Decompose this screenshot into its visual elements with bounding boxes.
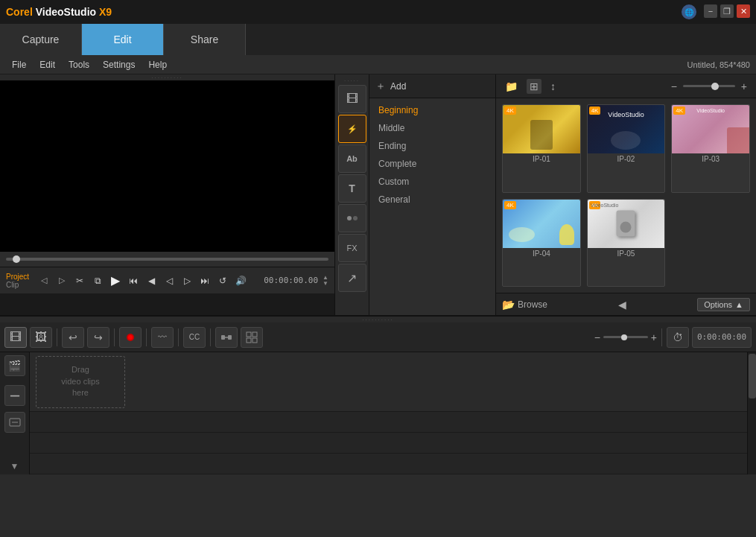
cat-general[interactable]: General (369, 191, 495, 209)
nav-left-button[interactable]: ◀ (618, 299, 626, 311)
tab-share[interactable]: Share (164, 24, 246, 55)
prev-frame-button[interactable]: ◀ (144, 273, 159, 288)
timeline-tracks: 🎬 ━━ ▼ Dragvideo clipshere (0, 352, 756, 474)
time-display: 00:00:00.00 (264, 276, 318, 285)
media-thumb-ip02[interactable]: 4K VideoStudio IP-02 (587, 104, 666, 193)
timeline-time-display: 0:00:00:00 (692, 327, 752, 348)
menu-settings[interactable]: Settings (97, 58, 141, 72)
media-thumb-ip05[interactable]: 4K VideoStudio IP-05 (587, 199, 666, 287)
menu-file[interactable]: File (6, 58, 32, 72)
player-controls: Project Clip ◁ ▷ ✂ ⧉ ▶ ⏮ ◀ ◁ ▷ ⏭ ↺ 🔊 00:… (0, 267, 334, 293)
zoom-in-media-button[interactable]: + (738, 79, 750, 94)
start-button[interactable]: ⏮ (126, 273, 141, 288)
mark-out-button[interactable]: ▷ (54, 273, 69, 288)
media-thumb-ip04[interactable]: 4K IP-04 (502, 199, 581, 287)
volume-button[interactable]: 🔊 (233, 273, 248, 288)
project-label: Project (6, 273, 29, 281)
track-label-subtitle[interactable]: ━━ (4, 385, 25, 406)
track-expand-icon[interactable]: ▼ (10, 461, 19, 471)
toolbar-separator-4 (178, 328, 179, 346)
titlebar-controls: 🌐 − ❐ ✕ (682, 4, 750, 19)
sidebar-icon-text-effects[interactable]: T (338, 174, 366, 203)
sidebar-icon-media[interactable]: 🎞 (338, 85, 366, 113)
zoom-slider-thumb (711, 83, 719, 90)
sidebar-icon-motion[interactable]: ↗ (338, 264, 366, 292)
menu-tools[interactable]: Tools (63, 58, 95, 72)
add-button-row[interactable]: ＋ Add (369, 74, 495, 98)
cat-complete[interactable]: Complete (369, 155, 495, 173)
add-plus-icon: ＋ (375, 80, 386, 93)
transitions-icon (346, 212, 359, 225)
timeline-zoom-slider[interactable] (603, 336, 648, 338)
sidebar-icon-transitions[interactable] (338, 204, 366, 232)
browse-button[interactable]: 📂 Browse (502, 299, 547, 311)
cut-button[interactable]: ✂ (72, 273, 87, 288)
drag-drop-text: Dragvideo clipshere (61, 364, 99, 398)
cat-beginning[interactable]: Beginning (369, 101, 495, 119)
media-thumb-ip03[interactable]: 4K VideoStudio IP-03 (671, 104, 750, 193)
snap-button[interactable] (215, 327, 238, 348)
options-chevron-icon: ▲ (735, 300, 743, 309)
media-thumb-ip01[interactable]: 4K IP-01 (502, 104, 581, 193)
thumb-img-ip01: 4K (503, 105, 580, 153)
step-fwd-button[interactable]: ▷ (180, 273, 194, 288)
track-labels: 🎬 ━━ ▼ (0, 352, 30, 474)
cat-custom[interactable]: Custom (369, 173, 495, 191)
step-back-button[interactable]: ◁ (162, 273, 177, 288)
cat-ending[interactable]: Ending (369, 137, 495, 155)
sidebar-icon-titles[interactable]: Ab (338, 144, 366, 173)
folder-button[interactable]: 📁 (502, 79, 521, 94)
time-arrows[interactable]: ▲ ▼ (323, 275, 328, 287)
track-row-3 (30, 454, 747, 474)
scrubber-handle[interactable] (13, 255, 20, 263)
track-extra-icon (9, 416, 21, 428)
undo-button[interactable]: ↩ (62, 327, 84, 348)
play-button[interactable]: ▶ (108, 273, 123, 288)
sidebar-icon-instant[interactable]: ⚡ (338, 115, 366, 143)
audio-mix-button[interactable]: 〰 (151, 327, 174, 348)
copy-button[interactable]: ⧉ (90, 273, 105, 288)
topbar: Capture Edit Share (0, 24, 756, 55)
repeat-button[interactable]: ↺ (215, 273, 230, 288)
close-button[interactable]: ✕ (737, 4, 750, 18)
grid-button[interactable] (241, 327, 263, 348)
app-title-version: X9 (99, 6, 112, 18)
timeline-view-button[interactable]: 🎞 (4, 327, 27, 348)
time-down-arrow[interactable]: ▼ (323, 281, 328, 287)
end-button[interactable]: ⏭ (197, 273, 212, 288)
zoom-slider-media[interactable] (683, 85, 735, 87)
restore-button[interactable]: ❐ (720, 4, 734, 18)
mark-in-button[interactable]: ◁ (36, 273, 51, 288)
subtitle-button[interactable]: CC (183, 327, 206, 348)
sidebar-icon-fx[interactable]: FX (338, 234, 366, 262)
storyboard-view-button[interactable]: 🖼 (30, 327, 52, 348)
scrollbar-thumb[interactable] (749, 354, 756, 398)
minimize-button[interactable]: − (704, 4, 717, 18)
record-button[interactable] (119, 327, 142, 348)
sort-button[interactable]: ↕ (547, 79, 559, 94)
zoom-out-button[interactable]: − (594, 331, 600, 343)
tab-capture[interactable]: Capture (0, 24, 82, 55)
left-sidebar: ····· 🎞 ⚡ Ab T FX ↗ (335, 74, 369, 315)
zoom-out-media-button[interactable]: − (668, 79, 680, 94)
options-button[interactable]: Options ▲ (697, 298, 750, 311)
scrubber-bar-container[interactable] (0, 252, 334, 267)
zoom-in-button[interactable]: + (651, 331, 657, 343)
menu-help[interactable]: Help (142, 58, 173, 72)
cat-middle[interactable]: Middle (369, 119, 495, 137)
track-label-extra[interactable] (4, 412, 25, 433)
options-label: Options (704, 300, 732, 309)
scrollbar-vertical[interactable] (747, 352, 756, 474)
track-row-1 (30, 412, 747, 433)
thumbnail-view-button[interactable]: ⊞ (527, 79, 541, 94)
track-label-video[interactable]: 🎬 (4, 355, 25, 376)
thumb-label-ip01: IP-01 (503, 153, 580, 165)
redo-button[interactable]: ↪ (87, 327, 109, 348)
menu-edit[interactable]: Edit (34, 58, 61, 72)
tab-edit[interactable]: Edit (82, 24, 164, 55)
grid-icon (246, 331, 258, 343)
drag-drop-area[interactable]: Dragvideo clipshere (36, 356, 125, 408)
duration-button[interactable]: ⏱ (667, 327, 689, 348)
timeline-zoom-thumb (621, 334, 627, 340)
scrubber-bar[interactable] (6, 258, 328, 261)
